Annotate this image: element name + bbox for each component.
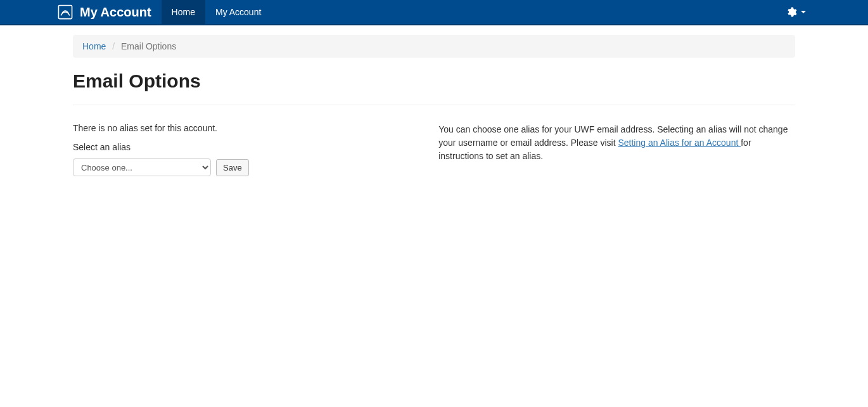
settings-dropdown[interactable] [781,0,811,24]
help-text-column: You can choose one alias for your UWF em… [438,123,795,176]
alias-status-text: There is no alias set for this account. [73,123,419,133]
brand-logo-icon [57,4,73,20]
breadcrumb-separator: / [112,41,115,51]
nav-item-label: Home [172,7,195,17]
alias-form-column: There is no alias set for this account. … [73,123,419,176]
breadcrumb: Home / Email Options [73,35,795,58]
alias-select[interactable]: Choose one... [73,158,211,176]
help-link[interactable]: Setting an Alias for an Account [618,138,741,148]
save-button[interactable]: Save [216,159,249,176]
gear-icon [786,6,797,18]
top-navbar: My Account Home My Account [0,0,868,25]
divider [73,105,795,105]
brand-title: My Account [80,5,151,20]
nav-my-account[interactable]: My Account [205,0,271,24]
breadcrumb-current: Email Options [121,41,176,51]
breadcrumb-home[interactable]: Home [82,41,106,51]
help-paragraph: You can choose one alias for your UWF em… [438,123,795,163]
nav-home[interactable]: Home [162,0,205,24]
nav-item-label: My Account [215,7,261,17]
alias-select-label: Select an alias [73,142,419,152]
caret-down-icon [801,11,806,13]
brand[interactable]: My Account [57,0,162,24]
page-title: Email Options [73,70,795,92]
